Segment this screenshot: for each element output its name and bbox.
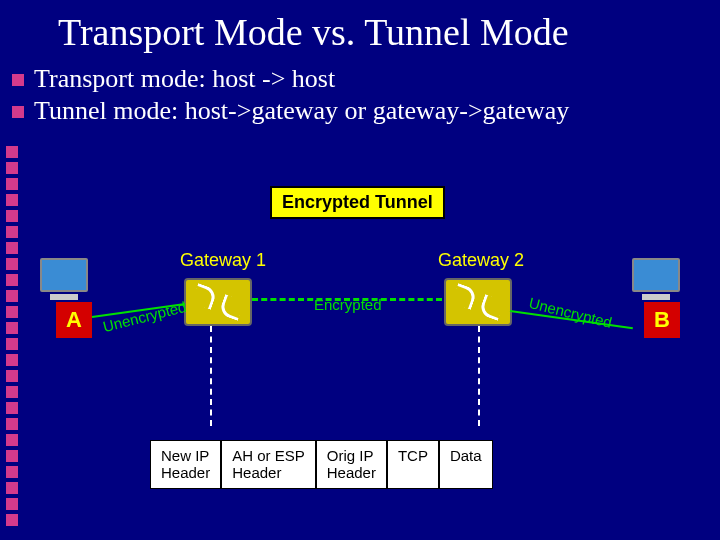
decorative-side-squares (6, 146, 18, 526)
encrypted-tunnel-label: Encrypted Tunnel (270, 186, 445, 219)
boundary-line-right (478, 326, 480, 426)
bullet-text: Transport mode: host -> host (34, 64, 335, 94)
bullet-icon (12, 106, 24, 118)
packet-new-ip-header: New IPHeader (150, 440, 221, 489)
host-b-label: B (644, 302, 680, 338)
gateway-1-icon (184, 278, 252, 326)
packet-structure: New IPHeader AH or ESPHeader Orig IPHead… (150, 440, 493, 489)
bullet-text: Tunnel mode: host->gateway or gateway->g… (34, 96, 569, 126)
unencrypted-left-label: Unencrypted (101, 298, 188, 335)
unencrypted-right-label: Unencrypted (527, 294, 614, 331)
slide-title: Transport Mode vs. Tunnel Mode (58, 10, 569, 54)
packet-orig-ip-header: Orig IPHeader (316, 440, 387, 489)
packet-ah-esp-header: AH or ESPHeader (221, 440, 316, 489)
gateway-1-label: Gateway 1 (180, 250, 266, 271)
boundary-line-left (210, 326, 212, 426)
bullet-list: Transport mode: host -> host Tunnel mode… (12, 64, 569, 128)
packet-data: Data (439, 440, 493, 489)
bullet-icon (12, 74, 24, 86)
host-b-computer-icon (632, 258, 680, 296)
gateway-2-label: Gateway 2 (438, 250, 524, 271)
gateway-2-icon (444, 278, 512, 326)
encrypted-center-label: Encrypted (314, 296, 382, 313)
packet-tcp: TCP (387, 440, 439, 489)
host-a-computer-icon (40, 258, 88, 296)
host-a-label: A (56, 302, 92, 338)
